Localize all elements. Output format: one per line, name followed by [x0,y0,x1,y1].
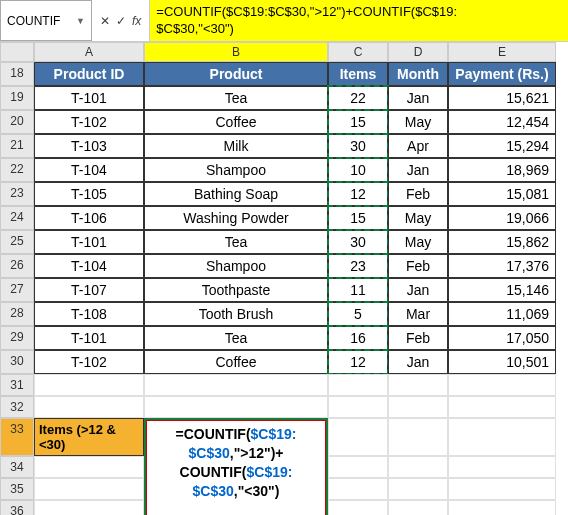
cell-month[interactable]: Feb [388,326,448,350]
row-header[interactable]: 20 [0,110,34,134]
cell-prod[interactable]: Coffee [144,110,328,134]
cell-prod[interactable]: Tea [144,230,328,254]
cell-prod[interactable]: Milk [144,134,328,158]
cell-pay[interactable]: 12,454 [448,110,556,134]
cell-items[interactable]: 15 [328,110,388,134]
formula-input[interactable]: =COUNTIF($C$19:$C$30,">12")+COUNTIF($C$1… [150,0,568,41]
empty-cell[interactable] [144,374,328,396]
header-product[interactable]: Product [144,62,328,86]
cell-items[interactable]: 11 [328,278,388,302]
corner-cell[interactable] [0,42,34,62]
cell-pay[interactable]: 17,376 [448,254,556,278]
row-header[interactable]: 31 [0,374,34,396]
cell-pay[interactable]: 15,081 [448,182,556,206]
header-payment[interactable]: Payment (Rs.) [448,62,556,86]
empty-cell[interactable] [448,418,556,456]
fx-icon[interactable]: fx [132,14,141,28]
cell-items[interactable]: 15 [328,206,388,230]
cell-id[interactable]: T-108 [34,302,144,326]
cell-items[interactable]: 22 [328,86,388,110]
empty-cell[interactable] [34,500,144,515]
empty-cell[interactable] [448,456,556,478]
cell-prod[interactable]: Tooth Brush [144,302,328,326]
empty-cell[interactable] [34,478,144,500]
cell-id[interactable]: T-105 [34,182,144,206]
cell-prod[interactable]: Shampoo [144,254,328,278]
header-product-id[interactable]: Product ID [34,62,144,86]
cell-id[interactable]: T-102 [34,110,144,134]
row-header[interactable]: 21 [0,134,34,158]
col-header-A[interactable]: A [34,42,144,62]
cell-prod[interactable]: Toothpaste [144,278,328,302]
row-header[interactable]: 25 [0,230,34,254]
row-header[interactable]: 24 [0,206,34,230]
empty-cell[interactable] [448,374,556,396]
cell-id[interactable]: T-104 [34,158,144,182]
cell-items[interactable]: 12 [328,350,388,374]
cell-month[interactable]: Mar [388,302,448,326]
row-header[interactable]: 18 [0,62,34,86]
empty-cell[interactable] [388,478,448,500]
formula-cell[interactable]: =COUNTIF($C$19: $C$30,">12")+ COUNTIF($C… [144,418,328,515]
cell-pay[interactable]: 15,294 [448,134,556,158]
cell-id[interactable]: T-103 [34,134,144,158]
empty-cell[interactable] [34,374,144,396]
cell-items[interactable]: 16 [328,326,388,350]
empty-cell[interactable] [34,396,144,418]
cell-pay[interactable]: 19,066 [448,206,556,230]
cell-id[interactable]: T-107 [34,278,144,302]
empty-cell[interactable] [328,456,388,478]
cell-items[interactable]: 12 [328,182,388,206]
row-header[interactable]: 35 [0,478,34,500]
row-header[interactable]: 36 [0,500,34,515]
chevron-down-icon[interactable]: ▼ [76,16,85,26]
col-header-B[interactable]: B [144,42,328,62]
row-header[interactable]: 27 [0,278,34,302]
cell-id[interactable]: T-101 [34,86,144,110]
header-month[interactable]: Month [388,62,448,86]
empty-cell[interactable] [328,396,388,418]
cell-prod[interactable]: Tea [144,86,328,110]
cell-items[interactable]: 30 [328,134,388,158]
cell-month[interactable]: Jan [388,158,448,182]
col-header-D[interactable]: D [388,42,448,62]
row-header[interactable]: 32 [0,396,34,418]
cell-items[interactable]: 5 [328,302,388,326]
row-header[interactable]: 33 [0,418,34,456]
cell-prod[interactable]: Bathing Soap [144,182,328,206]
row-header[interactable]: 22 [0,158,34,182]
empty-cell[interactable] [328,374,388,396]
empty-cell[interactable] [34,456,144,478]
cell-pay[interactable]: 18,969 [448,158,556,182]
cell-pay[interactable]: 17,050 [448,326,556,350]
cell-pay[interactable]: 15,862 [448,230,556,254]
cell-month[interactable]: Apr [388,134,448,158]
cell-pay[interactable]: 15,621 [448,86,556,110]
cell-month[interactable]: Jan [388,86,448,110]
cell-month[interactable]: Jan [388,350,448,374]
row-header[interactable]: 23 [0,182,34,206]
col-header-C[interactable]: C [328,42,388,62]
cell-month[interactable]: May [388,206,448,230]
cell-month[interactable]: May [388,110,448,134]
cell-id[interactable]: T-106 [34,206,144,230]
cell-prod[interactable]: Coffee [144,350,328,374]
row-header[interactable]: 30 [0,350,34,374]
accept-icon[interactable]: ✓ [116,14,126,28]
cell-prod[interactable]: Washing Powder [144,206,328,230]
empty-cell[interactable] [388,418,448,456]
row-header[interactable]: 28 [0,302,34,326]
cell-id[interactable]: T-104 [34,254,144,278]
empty-cell[interactable] [448,478,556,500]
row-header[interactable]: 34 [0,456,34,478]
cell-items[interactable]: 10 [328,158,388,182]
row-header[interactable]: 26 [0,254,34,278]
cell-month[interactable]: Feb [388,254,448,278]
empty-cell[interactable] [388,456,448,478]
empty-cell[interactable] [388,500,448,515]
row-header[interactable]: 29 [0,326,34,350]
cell-pay[interactable]: 11,069 [448,302,556,326]
cell-id[interactable]: T-101 [34,230,144,254]
empty-cell[interactable] [448,396,556,418]
cell-id[interactable]: T-101 [34,326,144,350]
